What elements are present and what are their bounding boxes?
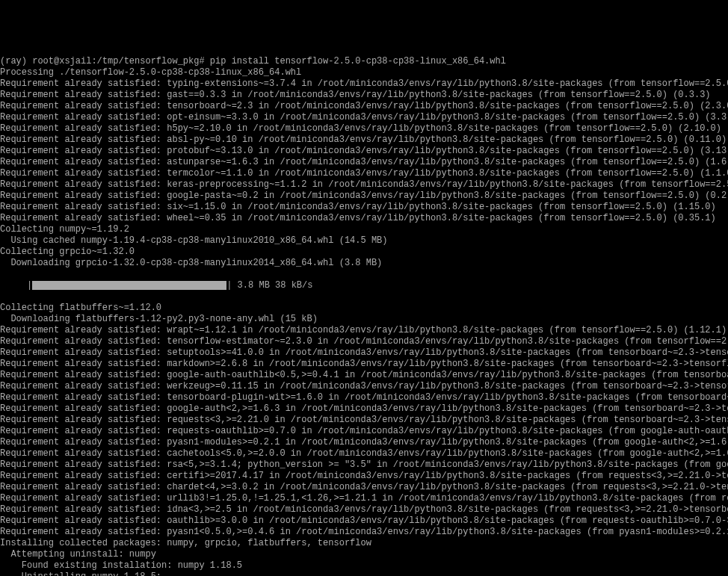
terminal-line: Using cached numpy-1.19.4-cp38-cp38-many… <box>0 235 728 247</box>
terminal-line: Requirement already satisfied: wheel~=0.… <box>0 213 728 224</box>
terminal-line: (ray) root@xsjail:/tmp/tensorflow_pkg# p… <box>0 56 728 67</box>
terminal-line: Requirement already satisfied: tensorboa… <box>0 101 728 112</box>
terminal-line: Requirement already satisfied: google-au… <box>0 403 728 415</box>
terminal-line: Requirement already satisfied: typing-ex… <box>0 78 728 90</box>
terminal-line: Requirement already satisfied: h5py~=2.1… <box>0 123 728 134</box>
terminal-line: Attempting uninstall: numpy <box>0 549 728 560</box>
terminal-line: Requirement already satisfied: google-au… <box>0 370 728 381</box>
progress-prefix: | <box>0 280 32 291</box>
terminal-line: Requirement already satisfied: opt-einsu… <box>0 112 728 123</box>
terminal-line: Installing collected packages: numpy, gr… <box>0 538 728 549</box>
terminal-line: Requirement already satisfied: oauthlib>… <box>0 515 728 527</box>
terminal-line: Downloading grpcio-1.32.0-cp38-cp38-many… <box>0 258 728 269</box>
terminal-line: Requirement already satisfied: werkzeug>… <box>0 381 728 392</box>
terminal-line: Requirement already satisfied: absl-py~=… <box>0 134 728 146</box>
terminal-line: Requirement already satisfied: rsa<5,>=3… <box>0 459 728 471</box>
terminal-line: Uninstalling numpy-1.18.5: <box>0 572 728 576</box>
terminal-line: Collecting flatbuffers~=1.12.0 <box>0 303 728 314</box>
progress-line: || 3.8 MB 38 kB/s <box>0 280 728 291</box>
terminal-line: Requirement already satisfied: tensorflo… <box>0 336 728 347</box>
terminal-line: Requirement already satisfied: astunpars… <box>0 157 728 168</box>
terminal-line: Requirement already satisfied: six~=1.15… <box>0 202 728 213</box>
progress-bar-fill <box>32 281 226 290</box>
terminal-line: Requirement already satisfied: tensorboa… <box>0 392 728 403</box>
terminal-line: Collecting grpcio~=1.32.0 <box>0 247 728 258</box>
terminal-line: Requirement already satisfied: pyasn1-mo… <box>0 437 728 448</box>
terminal-line: Requirement already satisfied: urllib3!=… <box>0 493 728 504</box>
terminal-line: Collecting numpy~=1.19.2 <box>0 224 728 235</box>
terminal-output[interactable]: (ray) root@xsjail:/tmp/tensorflow_pkg# p… <box>0 45 728 576</box>
terminal-line: Requirement already satisfied: protobuf~… <box>0 146 728 157</box>
terminal-line: Requirement already satisfied: cachetool… <box>0 448 728 459</box>
terminal-line: Requirement already satisfied: requests<… <box>0 415 728 426</box>
terminal-line: Requirement already satisfied: gast==0.3… <box>0 90 728 101</box>
terminal-line: Requirement already satisfied: setuptool… <box>0 347 728 359</box>
terminal-line: Requirement already satisfied: certifi>=… <box>0 471 728 482</box>
terminal-line: Requirement already satisfied: pyasn1<0.… <box>0 527 728 538</box>
terminal-line: Found existing installation: numpy 1.18.… <box>0 560 728 572</box>
terminal-line: Processing ./tensorflow-2.5.0-cp38-cp38-… <box>0 67 728 78</box>
terminal-line: Requirement already satisfied: keras-pre… <box>0 179 728 191</box>
terminal-line: Requirement already satisfied: wrapt~=1.… <box>0 325 728 336</box>
terminal-line: Requirement already satisfied: termcolor… <box>0 168 728 179</box>
terminal-line: Requirement already satisfied: google-pa… <box>0 191 728 202</box>
terminal-line: Downloading flatbuffers-1.12-py2.py3-non… <box>0 314 728 325</box>
terminal-line: Requirement already satisfied: markdown>… <box>0 359 728 370</box>
terminal-line: Requirement already satisfied: requests-… <box>0 426 728 437</box>
terminal-line: Requirement already satisfied: chardet<4… <box>0 482 728 493</box>
terminal-line: Requirement already satisfied: idna<3,>=… <box>0 504 728 515</box>
progress-suffix: | 3.8 MB 38 kB/s <box>226 280 312 291</box>
